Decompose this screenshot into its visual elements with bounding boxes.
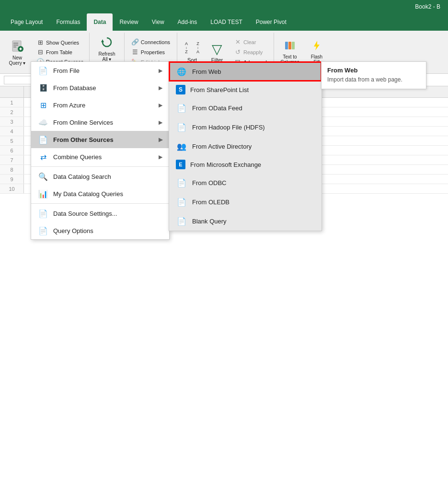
combine-icon: ⇄	[38, 152, 48, 162]
from-azure-arrow: ▶	[159, 102, 162, 108]
text-to-columns-icon	[284, 40, 296, 53]
submenu-from-sharepoint[interactable]: S From SharePoint List	[169, 81, 322, 98]
reapply-button[interactable]: ↺ Reapply	[231, 47, 270, 57]
sort-az-button[interactable]: A ↕ Z	[181, 40, 192, 55]
title-bar: Book2 - B	[0, 0, 448, 13]
from-database-icon: 🗄️	[38, 82, 48, 93]
from-other-icon: 📄	[38, 134, 48, 145]
from-hadoop-icon: 📄	[176, 121, 187, 133]
svg-rect-3	[13, 47, 16, 47]
menu-divider-1	[31, 166, 169, 167]
my-catalog-icon: 📊	[38, 188, 48, 199]
row-num-header	[0, 86, 24, 97]
row-num-10: 10	[0, 184, 24, 193]
from-odbc-label: From ODBC	[192, 179, 227, 187]
my-catalog-label: My Data Catalog Queries	[53, 190, 123, 198]
show-queries-icon: ⊞	[36, 39, 44, 46]
from-odata-label: From OData Feed	[192, 105, 242, 112]
svg-rect-6	[20, 47, 21, 50]
tab-page-layout[interactable]: Page Layout	[4, 13, 49, 31]
submenu-blank-query[interactable]: 📄 Blank Query	[169, 211, 322, 231]
from-exchange-label: From Microsoft Exchange	[190, 161, 261, 168]
from-file-arrow: ▶	[159, 68, 162, 74]
submenu-from-odbc[interactable]: 📄 From ODBC	[169, 173, 322, 192]
menu-from-other-sources[interactable]: 📄 From Other Sources ▶	[31, 131, 169, 148]
tab-view[interactable]: View	[145, 13, 171, 31]
submenu-from-web[interactable]: 🌐 From Web	[169, 62, 322, 81]
from-table-label: From Table	[46, 49, 72, 55]
tab-review[interactable]: Review	[113, 13, 145, 31]
connections-label: Connections	[141, 39, 170, 45]
from-odbc-icon: 📄	[176, 177, 187, 188]
from-azure-icon: ⊞	[38, 100, 48, 110]
connections-button[interactable]: 🔗 Connections	[128, 37, 173, 47]
new-query-button[interactable]: NewQuery ▾	[3, 38, 32, 67]
submenu-from-odata[interactable]: 📄 From OData Feed	[169, 98, 322, 117]
from-sharepoint-label: From SharePoint List	[190, 86, 249, 94]
catalog-search-icon: 🔍	[38, 171, 48, 182]
show-queries-label: Show Queries	[46, 40, 79, 46]
blank-query-icon: 📄	[176, 215, 187, 227]
svg-rect-2	[13, 45, 18, 46]
from-other-label: From Other Sources	[53, 136, 114, 143]
tab-formulas[interactable]: Formulas	[49, 13, 87, 31]
menu-combine-queries[interactable]: ⇄ Combine Queries ▶	[31, 148, 169, 165]
from-web-label: From Web	[192, 68, 221, 75]
menu-divider-2	[31, 203, 169, 204]
clear-button[interactable]: ✕ Clear	[231, 37, 270, 47]
clear-label: Clear	[243, 39, 256, 45]
refresh-all-label: RefreshAll ▾	[99, 51, 115, 62]
row-num-1: 1	[0, 98, 24, 107]
menu-data-catalog-search[interactable]: 🔍 Data Catalog Search	[31, 168, 169, 185]
refresh-all-icon	[101, 36, 113, 50]
title-text: Book2 - B	[415, 3, 440, 10]
from-file-label: From File	[53, 67, 80, 74]
submenu-from-active-directory[interactable]: 👥 From Active Directory	[169, 137, 322, 156]
flash-fill-icon	[311, 40, 322, 53]
sort-za-button[interactable]: Z ↕ A	[193, 40, 203, 55]
from-oledb-label: From OLEDB	[192, 199, 230, 206]
menu-from-file[interactable]: 📄 From File ▶	[31, 62, 169, 79]
tab-addins[interactable]: Add-ins	[171, 13, 204, 31]
from-database-label: From Database	[53, 84, 96, 92]
tab-data[interactable]: Data	[87, 13, 113, 31]
reapply-icon: ↺	[234, 48, 241, 56]
from-web-icon: 🌐	[176, 66, 187, 77]
other-sources-submenu: 🌐 From Web S From SharePoint List 📄 From…	[169, 61, 322, 231]
from-table-button[interactable]: ⊟ From Table	[34, 47, 86, 57]
menu-from-azure[interactable]: ⊞ From Azure ▶	[31, 96, 169, 114]
properties-button[interactable]: ☰ Properties	[128, 47, 173, 57]
query-options-label: Query Options	[53, 227, 93, 234]
row-num-3: 3	[0, 117, 24, 126]
from-table-icon: ⊟	[36, 48, 44, 56]
from-other-arrow: ▶	[159, 137, 162, 143]
query-options-icon: 📄	[38, 225, 48, 236]
refresh-all-button[interactable]: RefreshAll ▾	[94, 35, 120, 63]
new-query-icon	[11, 39, 24, 54]
from-online-arrow: ▶	[159, 119, 162, 126]
menu-query-options[interactable]: 📄 Query Options	[31, 222, 169, 239]
menu-my-data-catalog[interactable]: 📊 My Data Catalog Queries	[31, 185, 169, 202]
new-query-dropdown: 📄 From File ▶ 🗄️ From Database ▶ ⊞ From …	[31, 61, 170, 240]
submenu-from-hadoop[interactable]: 📄 From Hadoop File (HDFS)	[169, 117, 322, 137]
tab-load-test[interactable]: LOAD TEST	[204, 13, 249, 31]
from-ad-icon: 👥	[176, 140, 187, 152]
menu-from-database[interactable]: 🗄️ From Database ▶	[31, 79, 169, 96]
svg-rect-9	[288, 42, 291, 49]
tab-power-pivot[interactable]: Power Pivot	[249, 13, 293, 31]
row-num-5: 5	[0, 136, 24, 145]
from-exchange-icon: E	[176, 160, 185, 169]
submenu-from-oledb[interactable]: 📄 From OLEDB	[169, 192, 322, 211]
from-hadoop-label: From Hadoop File (HDFS)	[192, 124, 265, 131]
menu-data-source-settings[interactable]: 📄 Data Source Settings...	[31, 205, 169, 222]
submenu-from-exchange[interactable]: E From Microsoft Exchange	[169, 156, 322, 173]
from-odata-icon: 📄	[176, 102, 187, 114]
svg-marker-7	[101, 39, 104, 42]
show-queries-button[interactable]: ⊞ Show Queries	[34, 38, 86, 47]
row-num-4: 4	[0, 127, 24, 136]
new-query-label: NewQuery ▾	[9, 55, 25, 66]
blank-query-label: Blank Query	[192, 218, 227, 225]
from-online-label: From Online Services	[53, 119, 113, 126]
from-sharepoint-icon: S	[176, 85, 185, 94]
menu-from-online-services[interactable]: ☁️ From Online Services ▶	[31, 114, 169, 131]
